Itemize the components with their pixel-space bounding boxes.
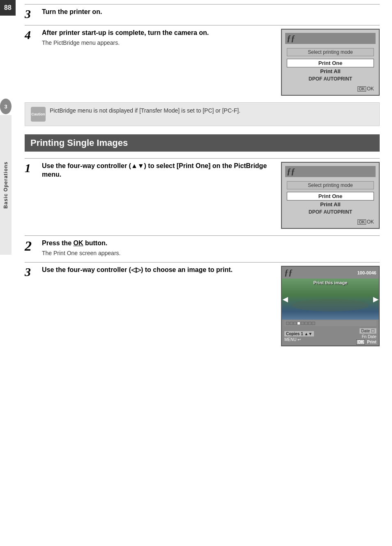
step-3b-row: 3 Use the four-way controller (◁▷) to ch… xyxy=(25,266,380,346)
step-1-number: 1 xyxy=(25,162,39,174)
step-3-number: 3 xyxy=(25,8,39,20)
menu-label: MENU xyxy=(284,337,296,342)
step-2-content: Press the OK button. The Print One scree… xyxy=(39,239,380,257)
fn-row: Fn Date xyxy=(362,334,376,339)
step-3-content: Turn the printer on. xyxy=(39,8,380,16)
thumb-3 xyxy=(293,322,297,325)
thumb-7 xyxy=(308,322,311,325)
step-2-title: Press the OK button. xyxy=(42,239,380,248)
step-4-title: After printer start-up is complete, turn… xyxy=(42,29,273,37)
copies-number: 1 xyxy=(301,332,303,336)
caution-box: Caution PictBridge menu is not displayed… xyxy=(25,102,380,126)
step-2-body: The Print One screen appears. xyxy=(42,249,380,258)
step-3b-title: Use the four-way controller (◁▷) to choo… xyxy=(42,266,273,274)
ok-label-2: OK xyxy=(367,219,374,225)
menu-title-1: Select printing mode xyxy=(287,48,374,56)
side-label-container: Basic Operations xyxy=(0,115,12,255)
ok-print-row[interactable]: OK Print xyxy=(356,340,376,344)
screen-mockup-1: ƒƒ Select printing mode Print One Print … xyxy=(281,29,380,96)
step-3b-content: Use the four-way controller (◁▷) to choo… xyxy=(39,266,273,274)
menu-item-dpof-1[interactable]: DPOF AUTOPRINT xyxy=(285,75,376,83)
step-1-screen: ƒƒ Select printing mode Print One Print … xyxy=(281,162,380,229)
menu-item-dpof-2[interactable]: DPOF AUTOPRINT xyxy=(285,208,376,216)
menu-item-print-one-1[interactable]: Print One xyxy=(287,59,374,67)
thumb-5 xyxy=(301,322,304,325)
print-bottom-left: Copies 1 ▲▼ MENU ↩ xyxy=(284,331,314,342)
step-1-content: Use the four-way controller (▲▼) to sele… xyxy=(39,162,273,179)
screen-mockup-2: ƒƒ Select printing mode Print One Print … xyxy=(281,162,380,229)
section-heading: Printing Single Images xyxy=(25,134,380,152)
thumb-1 xyxy=(286,322,289,325)
step-2-number: 2 xyxy=(25,239,39,253)
step-4-row: 4 After printer start-up is complete, tu… xyxy=(25,29,380,96)
print-bottom-right: Date ☐ Fn Date OK Print xyxy=(356,328,376,344)
side-number: 3 xyxy=(0,99,12,114)
menu-row[interactable]: MENU ↩ xyxy=(284,337,314,342)
step-4-inner: 4 After printer start-up is complete, tu… xyxy=(25,29,273,47)
step-1-title: Use the four-way controller (▲▼) to sele… xyxy=(42,162,273,179)
print-bottom-bar: Copies 1 ▲▼ MENU ↩ Date ☐ xyxy=(282,327,379,346)
ok-row-1: OK OK xyxy=(285,85,376,92)
thumbnail-strip xyxy=(284,320,376,326)
step-4-number: 4 xyxy=(25,29,39,41)
step-1-inner: 1 Use the four-way controller (▲▼) to se… xyxy=(25,162,273,179)
top-rule xyxy=(25,4,380,5)
nav-left-arrow[interactable]: ◀ xyxy=(283,295,288,303)
menu-item-print-all-1[interactable]: Print All xyxy=(285,67,376,75)
ok-box-1: OK xyxy=(357,86,366,92)
date-row: Date ☐ xyxy=(360,328,376,334)
caution-icon: Caution xyxy=(31,107,46,122)
ok-row-2: OK OK xyxy=(285,218,376,225)
step-2-row: 2 Press the OK button. The Print One scr… xyxy=(25,239,380,257)
print-this-image-label: Print this image xyxy=(282,280,379,285)
camera-icon-2: ƒƒ xyxy=(287,167,295,176)
copies-label: Copies xyxy=(286,332,300,336)
ok-label-1: OK xyxy=(367,86,374,92)
side-label-text: Basic Operations xyxy=(3,161,9,209)
step-3b-number: 3 xyxy=(25,266,39,278)
screen-menu-area-2: Select printing mode Print One Print All… xyxy=(285,179,376,218)
thumb-6 xyxy=(304,322,308,325)
fn-date-label: Date xyxy=(368,334,376,339)
main-content: 3 Turn the printer on. 4 After printer s… xyxy=(16,0,392,365)
copies-arrows[interactable]: ▲▼ xyxy=(304,332,312,336)
step-3-title: Turn the printer on. xyxy=(42,8,380,16)
screen-top-bar-1: ƒƒ xyxy=(285,33,376,44)
date-checkbox[interactable]: ☐ xyxy=(371,329,375,333)
step-1-left: 1 Use the four-way controller (▲▼) to se… xyxy=(25,162,273,184)
print-screen-top: ƒƒ 100-0046 xyxy=(282,267,379,279)
ok-box-2: OK xyxy=(357,219,366,225)
step-3b-screen: ƒƒ 100-0046 Print this image ◀ ▶ xyxy=(281,266,380,346)
step-4-content: After printer start-up is complete, turn… xyxy=(39,29,273,47)
step-1-row: 1 Use the four-way controller (▲▼) to se… xyxy=(25,162,380,229)
screen-menu-area-1: Select printing mode Print One Print All… xyxy=(285,46,376,85)
page-number: 88 xyxy=(0,0,16,16)
fn-label: Fn xyxy=(362,334,367,339)
nav-right-arrow[interactable]: ▶ xyxy=(373,295,378,303)
screen-top-bar-2: ƒƒ xyxy=(285,166,376,177)
rule-before-step3b xyxy=(25,262,380,263)
thumb-4-active xyxy=(297,322,300,325)
step-4-screen: ƒƒ Select printing mode Print One Print … xyxy=(281,29,380,96)
photo-area: Print this image ◀ ▶ xyxy=(282,279,379,320)
menu-item-print-all-2[interactable]: Print All xyxy=(285,200,376,208)
image-number: 100-0046 xyxy=(357,270,377,275)
step-3-row: 3 Turn the printer on. xyxy=(25,8,380,20)
rule-before-step2 xyxy=(25,235,380,236)
step-3b-left: 3 Use the four-way controller (◁▷) to ch… xyxy=(25,266,273,283)
print-label: Print xyxy=(367,340,376,344)
copies-row: Copies 1 ▲▼ xyxy=(284,331,314,336)
date-label: Date xyxy=(361,329,370,333)
camera-icon-1: ƒƒ xyxy=(287,34,295,43)
print-one-screen: ƒƒ 100-0046 Print this image ◀ ▶ xyxy=(281,266,380,346)
thumb-8 xyxy=(312,322,315,325)
menu-item-print-one-2[interactable]: Print One xyxy=(287,192,374,200)
rule-after-step3 xyxy=(25,25,380,25)
menu-title-2: Select printing mode xyxy=(287,181,374,189)
camera-icon-3: ƒƒ xyxy=(284,268,293,277)
step-4-left: 4 After printer start-up is complete, tu… xyxy=(25,29,273,52)
caution-text: PictBridge menu is not displayed if [Tra… xyxy=(50,107,240,115)
rule-before-step1 xyxy=(25,158,380,159)
ok-print-box: OK xyxy=(356,339,365,345)
thumb-2 xyxy=(290,322,293,325)
